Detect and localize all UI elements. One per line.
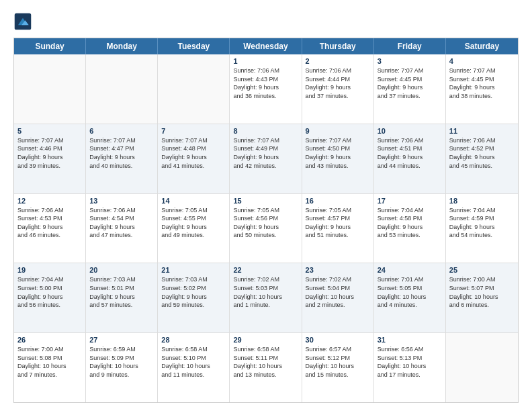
- cell-info: Sunrise: 7:02 AM Sunset: 5:04 PM Dayligh…: [306, 275, 370, 309]
- cell-info: Sunrise: 7:05 AM Sunset: 4:55 PM Dayligh…: [161, 206, 226, 240]
- cell-info: Sunrise: 6:57 AM Sunset: 5:12 PM Dayligh…: [306, 345, 370, 379]
- calendar-row-2: 5Sunrise: 7:07 AM Sunset: 4:46 PM Daylig…: [14, 124, 518, 193]
- calendar-row-4: 19Sunrise: 7:04 AM Sunset: 5:00 PM Dayli…: [14, 263, 518, 332]
- calendar-row-5: 26Sunrise: 7:00 AM Sunset: 5:08 PM Dayli…: [14, 332, 518, 402]
- cell-day-6: 6Sunrise: 7:07 AM Sunset: 4:47 PM Daylig…: [86, 124, 158, 193]
- day-number: 14: [161, 197, 226, 205]
- cell-day-13: 13Sunrise: 7:06 AM Sunset: 4:54 PM Dayli…: [86, 194, 158, 263]
- cell-info: Sunrise: 7:06 AM Sunset: 4:53 PM Dayligh…: [17, 206, 82, 240]
- cell-info: Sunrise: 7:07 AM Sunset: 4:49 PM Dayligh…: [233, 136, 298, 170]
- cell-day-10: 10Sunrise: 7:06 AM Sunset: 4:51 PM Dayli…: [374, 124, 446, 193]
- day-header-wednesday: Wednesday: [230, 38, 302, 54]
- cell-info: Sunrise: 7:06 AM Sunset: 4:54 PM Dayligh…: [89, 206, 154, 240]
- cell-day-22: 22Sunrise: 7:02 AM Sunset: 5:03 PM Dayli…: [230, 263, 302, 332]
- day-number: 30: [306, 336, 370, 344]
- logo: [13, 12, 35, 31]
- day-header-friday: Friday: [374, 38, 446, 54]
- cell-day-30: 30Sunrise: 6:57 AM Sunset: 5:12 PM Dayli…: [302, 333, 374, 402]
- cell-day-16: 16Sunrise: 7:05 AM Sunset: 4:57 PM Dayli…: [302, 194, 374, 263]
- day-number: 22: [233, 266, 298, 274]
- cell-info: Sunrise: 7:03 AM Sunset: 5:02 PM Dayligh…: [161, 275, 226, 309]
- cell-info: Sunrise: 6:58 AM Sunset: 5:10 PM Dayligh…: [161, 345, 226, 379]
- cell-day-25: 25Sunrise: 7:00 AM Sunset: 5:07 PM Dayli…: [446, 263, 518, 332]
- header: [13, 12, 519, 31]
- logo-icon: [13, 12, 32, 31]
- cell-day-7: 7Sunrise: 7:07 AM Sunset: 4:48 PM Daylig…: [158, 124, 230, 193]
- day-number: 7: [161, 127, 226, 135]
- cell-info: Sunrise: 7:06 AM Sunset: 4:43 PM Dayligh…: [233, 66, 298, 100]
- cell-info: Sunrise: 7:00 AM Sunset: 5:07 PM Dayligh…: [449, 275, 515, 309]
- day-number: 13: [89, 197, 154, 205]
- day-number: 12: [17, 197, 82, 205]
- day-number: 25: [449, 266, 515, 274]
- day-number: 9: [306, 127, 370, 135]
- day-header-tuesday: Tuesday: [158, 38, 230, 54]
- day-number: 8: [233, 127, 298, 135]
- calendar-row-1: 1Sunrise: 7:06 AM Sunset: 4:43 PM Daylig…: [14, 54, 518, 124]
- cell-day-24: 24Sunrise: 7:01 AM Sunset: 5:05 PM Dayli…: [374, 263, 446, 332]
- cell-info: Sunrise: 7:01 AM Sunset: 5:05 PM Dayligh…: [378, 275, 442, 309]
- day-number: 6: [89, 127, 154, 135]
- day-number: 11: [449, 127, 515, 135]
- day-number: 15: [233, 197, 298, 205]
- day-header-monday: Monday: [86, 38, 158, 54]
- day-number: 2: [306, 57, 370, 65]
- day-number: 31: [378, 336, 442, 344]
- cell-day-11: 11Sunrise: 7:06 AM Sunset: 4:52 PM Dayli…: [446, 124, 518, 193]
- day-number: 1: [233, 57, 298, 65]
- cell-info: Sunrise: 7:06 AM Sunset: 4:52 PM Dayligh…: [449, 136, 515, 170]
- cell-info: Sunrise: 7:07 AM Sunset: 4:48 PM Dayligh…: [161, 136, 226, 170]
- day-number: 17: [378, 197, 442, 205]
- cell-empty-4-6: [446, 333, 518, 402]
- day-number: 16: [306, 197, 370, 205]
- cell-info: Sunrise: 7:05 AM Sunset: 4:57 PM Dayligh…: [306, 206, 370, 240]
- cell-day-3: 3Sunrise: 7:07 AM Sunset: 4:45 PM Daylig…: [374, 54, 446, 124]
- cell-empty-0-2: [158, 54, 230, 124]
- cell-day-9: 9Sunrise: 7:07 AM Sunset: 4:50 PM Daylig…: [302, 124, 374, 193]
- cell-empty-0-0: [14, 54, 86, 124]
- cell-day-20: 20Sunrise: 7:03 AM Sunset: 5:01 PM Dayli…: [86, 263, 158, 332]
- cell-info: Sunrise: 6:59 AM Sunset: 5:09 PM Dayligh…: [89, 345, 154, 379]
- cell-day-28: 28Sunrise: 6:58 AM Sunset: 5:10 PM Dayli…: [158, 333, 230, 402]
- day-header-sunday: Sunday: [14, 38, 86, 54]
- cell-info: Sunrise: 6:56 AM Sunset: 5:13 PM Dayligh…: [378, 345, 442, 379]
- cell-info: Sunrise: 7:07 AM Sunset: 4:47 PM Dayligh…: [89, 136, 154, 170]
- day-number: 18: [449, 197, 515, 205]
- calendar: SundayMondayTuesdayWednesdayThursdayFrid…: [13, 38, 519, 403]
- day-number: 20: [89, 266, 154, 274]
- calendar-row-3: 12Sunrise: 7:06 AM Sunset: 4:53 PM Dayli…: [14, 193, 518, 263]
- cell-day-29: 29Sunrise: 6:58 AM Sunset: 5:11 PM Dayli…: [230, 333, 302, 402]
- day-header-thursday: Thursday: [302, 38, 374, 54]
- day-number: 29: [233, 336, 298, 344]
- cell-day-15: 15Sunrise: 7:05 AM Sunset: 4:56 PM Dayli…: [230, 194, 302, 263]
- cell-day-27: 27Sunrise: 6:59 AM Sunset: 5:09 PM Dayli…: [86, 333, 158, 402]
- cell-day-26: 26Sunrise: 7:00 AM Sunset: 5:08 PM Dayli…: [14, 333, 86, 402]
- cell-empty-0-1: [86, 54, 158, 124]
- cell-day-12: 12Sunrise: 7:06 AM Sunset: 4:53 PM Dayli…: [14, 194, 86, 263]
- page: SundayMondayTuesdayWednesdayThursdayFrid…: [0, 0, 532, 411]
- day-header-saturday: Saturday: [446, 38, 518, 54]
- day-number: 10: [378, 127, 442, 135]
- day-number: 21: [161, 266, 226, 274]
- day-number: 4: [449, 57, 515, 65]
- day-number: 26: [17, 336, 82, 344]
- cell-day-31: 31Sunrise: 6:56 AM Sunset: 5:13 PM Dayli…: [374, 333, 446, 402]
- day-number: 28: [161, 336, 226, 344]
- cell-info: Sunrise: 7:06 AM Sunset: 4:51 PM Dayligh…: [378, 136, 442, 170]
- cell-info: Sunrise: 7:07 AM Sunset: 4:45 PM Dayligh…: [449, 66, 515, 100]
- cell-day-14: 14Sunrise: 7:05 AM Sunset: 4:55 PM Dayli…: [158, 194, 230, 263]
- calendar-body: 1Sunrise: 7:06 AM Sunset: 4:43 PM Daylig…: [14, 54, 518, 402]
- cell-info: Sunrise: 7:04 AM Sunset: 4:58 PM Dayligh…: [378, 206, 442, 240]
- cell-info: Sunrise: 7:02 AM Sunset: 5:03 PM Dayligh…: [233, 275, 298, 309]
- cell-info: Sunrise: 7:07 AM Sunset: 4:46 PM Dayligh…: [17, 136, 82, 170]
- cell-day-18: 18Sunrise: 7:04 AM Sunset: 4:59 PM Dayli…: [446, 194, 518, 263]
- day-number: 23: [306, 266, 370, 274]
- cell-day-21: 21Sunrise: 7:03 AM Sunset: 5:02 PM Dayli…: [158, 263, 230, 332]
- day-number: 19: [17, 266, 82, 274]
- day-number: 3: [378, 57, 442, 65]
- cell-info: Sunrise: 7:04 AM Sunset: 5:00 PM Dayligh…: [17, 275, 82, 309]
- day-number: 27: [89, 336, 154, 344]
- cell-day-2: 2Sunrise: 7:06 AM Sunset: 4:44 PM Daylig…: [302, 54, 374, 124]
- cell-day-4: 4Sunrise: 7:07 AM Sunset: 4:45 PM Daylig…: [446, 54, 518, 124]
- cell-day-19: 19Sunrise: 7:04 AM Sunset: 5:00 PM Dayli…: [14, 263, 86, 332]
